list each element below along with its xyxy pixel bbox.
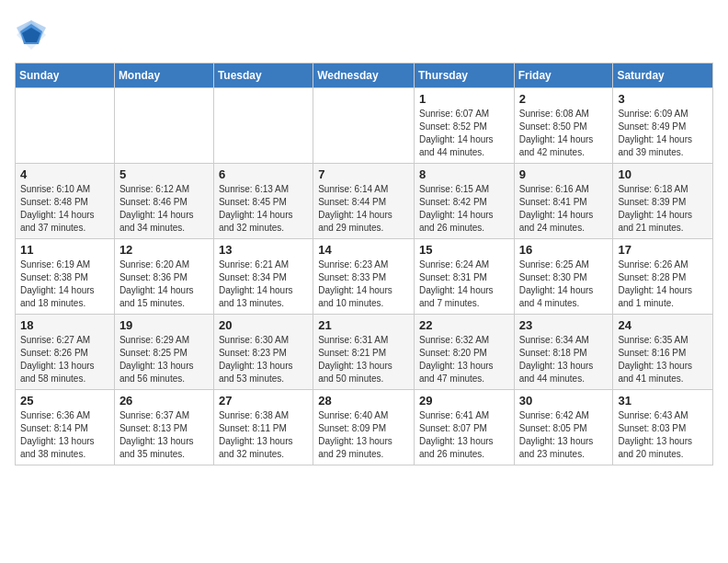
day-header-thursday: Thursday (414, 63, 514, 88)
day-cell: 27Sunrise: 6:38 AM Sunset: 8:11 PM Dayli… (213, 390, 313, 465)
day-header-saturday: Saturday (613, 63, 713, 88)
day-number: 30 (519, 394, 609, 408)
day-info: Sunrise: 6:32 AM Sunset: 8:20 PM Dayligh… (419, 334, 509, 385)
day-number: 3 (618, 92, 708, 106)
day-cell: 14Sunrise: 6:23 AM Sunset: 8:33 PM Dayli… (313, 239, 415, 315)
day-cell: 7Sunrise: 6:14 AM Sunset: 8:44 PM Daylig… (313, 164, 415, 239)
day-cell: 3Sunrise: 6:09 AM Sunset: 8:49 PM Daylig… (613, 88, 713, 164)
day-info: Sunrise: 6:43 AM Sunset: 8:03 PM Dayligh… (618, 409, 708, 461)
day-cell: 10Sunrise: 6:18 AM Sunset: 8:39 PM Dayli… (613, 164, 713, 239)
day-info: Sunrise: 6:21 AM Sunset: 8:34 PM Dayligh… (219, 259, 308, 310)
day-cell: 23Sunrise: 6:34 AM Sunset: 8:18 PM Dayli… (514, 315, 613, 390)
day-cell: 22Sunrise: 6:32 AM Sunset: 8:20 PM Dayli… (414, 315, 514, 390)
day-info: Sunrise: 6:42 AM Sunset: 8:05 PM Dayligh… (519, 409, 609, 461)
day-cell (114, 88, 213, 164)
day-number: 10 (618, 167, 708, 181)
calendar: SundayMondayTuesdayWednesdayThursdayFrid… (15, 63, 713, 465)
day-info: Sunrise: 6:31 AM Sunset: 8:21 PM Dayligh… (318, 334, 409, 385)
day-info: Sunrise: 6:38 AM Sunset: 8:11 PM Dayligh… (219, 409, 308, 461)
day-cell: 15Sunrise: 6:24 AM Sunset: 8:31 PM Dayli… (414, 239, 514, 315)
day-number: 17 (618, 243, 708, 257)
week-row-2: 4Sunrise: 6:10 AM Sunset: 8:48 PM Daylig… (16, 164, 713, 239)
day-header-wednesday: Wednesday (313, 63, 415, 88)
day-info: Sunrise: 6:34 AM Sunset: 8:18 PM Dayligh… (519, 334, 609, 385)
day-cell (213, 88, 313, 164)
day-info: Sunrise: 6:41 AM Sunset: 8:07 PM Dayligh… (419, 409, 509, 461)
day-number: 1 (419, 92, 509, 106)
day-info: Sunrise: 6:15 AM Sunset: 8:42 PM Dayligh… (419, 183, 509, 235)
day-number: 7 (318, 167, 409, 181)
day-info: Sunrise: 6:19 AM Sunset: 8:38 PM Dayligh… (20, 259, 109, 310)
day-info: Sunrise: 6:27 AM Sunset: 8:26 PM Dayligh… (20, 334, 109, 385)
day-info: Sunrise: 6:12 AM Sunset: 8:46 PM Dayligh… (119, 183, 209, 235)
day-info: Sunrise: 6:40 AM Sunset: 8:09 PM Dayligh… (318, 409, 409, 461)
day-cell: 9Sunrise: 6:16 AM Sunset: 8:41 PM Daylig… (514, 164, 613, 239)
day-cell: 18Sunrise: 6:27 AM Sunset: 8:26 PM Dayli… (16, 315, 115, 390)
day-number: 9 (519, 167, 609, 181)
day-header-tuesday: Tuesday (213, 63, 313, 88)
day-cell: 13Sunrise: 6:21 AM Sunset: 8:34 PM Dayli… (213, 239, 313, 315)
day-cell: 8Sunrise: 6:15 AM Sunset: 8:42 PM Daylig… (414, 164, 514, 239)
day-number: 2 (519, 92, 609, 106)
day-cell: 11Sunrise: 6:19 AM Sunset: 8:38 PM Dayli… (16, 239, 115, 315)
day-cell: 1Sunrise: 6:07 AM Sunset: 8:52 PM Daylig… (414, 88, 514, 164)
day-cell: 6Sunrise: 6:13 AM Sunset: 8:45 PM Daylig… (213, 164, 313, 239)
day-cell: 19Sunrise: 6:29 AM Sunset: 8:25 PM Dayli… (114, 315, 213, 390)
week-row-4: 18Sunrise: 6:27 AM Sunset: 8:26 PM Dayli… (16, 315, 713, 390)
day-cell (16, 88, 115, 164)
day-number: 22 (419, 318, 509, 332)
day-number: 27 (219, 394, 308, 408)
day-number: 24 (618, 318, 708, 332)
day-cell: 25Sunrise: 6:36 AM Sunset: 8:14 PM Dayli… (16, 390, 115, 465)
day-info: Sunrise: 6:18 AM Sunset: 8:39 PM Dayligh… (618, 183, 708, 235)
day-cell: 17Sunrise: 6:26 AM Sunset: 8:28 PM Dayli… (613, 239, 713, 315)
day-info: Sunrise: 6:29 AM Sunset: 8:25 PM Dayligh… (119, 334, 209, 385)
day-info: Sunrise: 6:24 AM Sunset: 8:31 PM Dayligh… (419, 259, 509, 310)
day-number: 29 (419, 394, 509, 408)
day-info: Sunrise: 6:23 AM Sunset: 8:33 PM Dayligh… (318, 259, 409, 310)
day-cell: 20Sunrise: 6:30 AM Sunset: 8:23 PM Dayli… (213, 315, 313, 390)
day-number: 19 (119, 318, 209, 332)
day-number: 14 (318, 243, 409, 257)
day-cell: 21Sunrise: 6:31 AM Sunset: 8:21 PM Dayli… (313, 315, 415, 390)
logo (15, 18, 51, 52)
day-info: Sunrise: 6:30 AM Sunset: 8:23 PM Dayligh… (219, 334, 308, 385)
day-cell: 24Sunrise: 6:35 AM Sunset: 8:16 PM Dayli… (613, 315, 713, 390)
day-cell (313, 88, 415, 164)
day-info: Sunrise: 6:07 AM Sunset: 8:52 PM Dayligh… (419, 108, 509, 159)
day-number: 18 (20, 318, 109, 332)
day-number: 11 (20, 243, 109, 257)
day-info: Sunrise: 6:08 AM Sunset: 8:50 PM Dayligh… (519, 108, 609, 159)
day-cell: 26Sunrise: 6:37 AM Sunset: 8:13 PM Dayli… (114, 390, 213, 465)
day-number: 8 (419, 167, 509, 181)
day-cell: 5Sunrise: 6:12 AM Sunset: 8:46 PM Daylig… (114, 164, 213, 239)
day-number: 16 (519, 243, 609, 257)
day-info: Sunrise: 6:35 AM Sunset: 8:16 PM Dayligh… (618, 334, 708, 385)
day-number: 31 (618, 394, 708, 408)
day-header-sunday: Sunday (16, 63, 115, 88)
day-info: Sunrise: 6:26 AM Sunset: 8:28 PM Dayligh… (618, 259, 708, 310)
day-cell: 30Sunrise: 6:42 AM Sunset: 8:05 PM Dayli… (514, 390, 613, 465)
day-cell: 12Sunrise: 6:20 AM Sunset: 8:36 PM Dayli… (114, 239, 213, 315)
day-number: 15 (419, 243, 509, 257)
day-info: Sunrise: 6:09 AM Sunset: 8:49 PM Dayligh… (618, 108, 708, 159)
day-info: Sunrise: 6:36 AM Sunset: 8:14 PM Dayligh… (20, 409, 109, 461)
day-info: Sunrise: 6:16 AM Sunset: 8:41 PM Dayligh… (519, 183, 609, 235)
day-number: 20 (219, 318, 308, 332)
week-row-3: 11Sunrise: 6:19 AM Sunset: 8:38 PM Dayli… (16, 239, 713, 315)
day-cell: 2Sunrise: 6:08 AM Sunset: 8:50 PM Daylig… (514, 88, 613, 164)
day-info: Sunrise: 6:10 AM Sunset: 8:48 PM Dayligh… (20, 183, 109, 235)
logo-icon (15, 18, 48, 52)
day-cell: 31Sunrise: 6:43 AM Sunset: 8:03 PM Dayli… (613, 390, 713, 465)
day-info: Sunrise: 6:20 AM Sunset: 8:36 PM Dayligh… (119, 259, 209, 310)
day-number: 12 (119, 243, 209, 257)
day-number: 13 (219, 243, 308, 257)
day-info: Sunrise: 6:13 AM Sunset: 8:45 PM Dayligh… (219, 183, 308, 235)
day-number: 28 (318, 394, 409, 408)
day-cell: 29Sunrise: 6:41 AM Sunset: 8:07 PM Dayli… (414, 390, 514, 465)
day-number: 5 (119, 167, 209, 181)
page-header (15, 15, 713, 52)
week-row-5: 25Sunrise: 6:36 AM Sunset: 8:14 PM Dayli… (16, 390, 713, 465)
day-number: 4 (20, 167, 109, 181)
day-info: Sunrise: 6:14 AM Sunset: 8:44 PM Dayligh… (318, 183, 409, 235)
